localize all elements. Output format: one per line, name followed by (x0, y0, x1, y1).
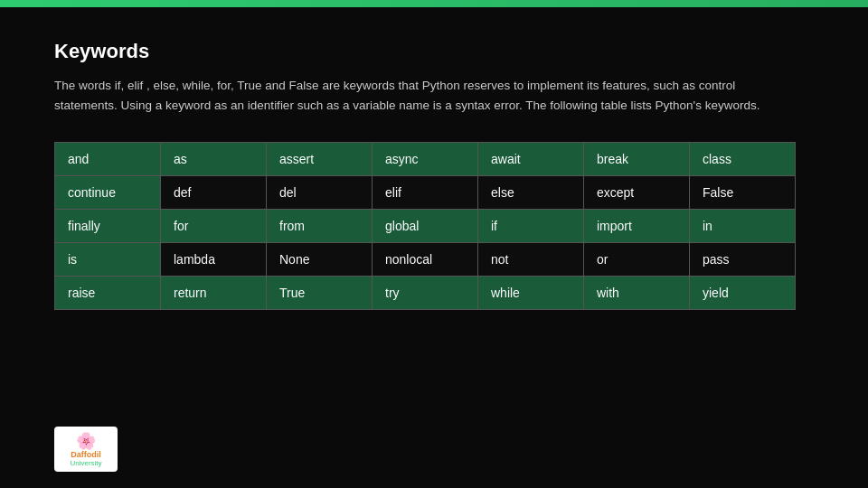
table-cell: nonlocal (373, 242, 478, 276)
table-cell: else (478, 175, 584, 209)
table-cell: class (690, 142, 796, 175)
logo-area: 🌸 Daffodil University (54, 427, 118, 472)
table-cell: pass (690, 242, 796, 276)
table-cell: while (478, 276, 584, 309)
table-cell: if (478, 209, 584, 242)
main-content: Keywords The words if, elif , else, whil… (0, 7, 868, 328)
table-cell: and (55, 142, 161, 175)
table-cell: import (584, 209, 690, 242)
table-row: continuedefdelelifelseexceptFalse (55, 175, 796, 209)
table-cell: continue (55, 175, 161, 209)
table-cell: in (690, 209, 796, 242)
logo-name-bottom: University (70, 460, 101, 468)
table-cell: finally (55, 209, 161, 242)
table-cell: or (584, 242, 690, 276)
table-cell: None (267, 242, 373, 276)
table-cell: from (267, 209, 373, 242)
table-cell: True (267, 276, 373, 309)
table-cell: async (373, 142, 478, 175)
table-cell: for (161, 209, 267, 242)
table-cell: del (267, 175, 373, 209)
table-cell: except (584, 175, 690, 209)
table-cell: lambda (161, 242, 267, 276)
table-cell: await (478, 142, 584, 175)
page-title: Keywords (54, 40, 814, 63)
description: The words if, elif , else, while, for, T… (54, 76, 796, 117)
table-row: finallyforfromglobalifimportin (55, 209, 796, 242)
table-cell: raise (55, 276, 161, 309)
table-cell: assert (267, 142, 373, 175)
table-cell: is (55, 242, 161, 276)
table-cell: False (690, 175, 796, 209)
table-cell: yield (690, 276, 796, 309)
table-cell: global (373, 209, 478, 242)
table-row: andasassertasyncawaitbreakclass (55, 142, 796, 175)
table-cell: elif (373, 175, 478, 209)
table-cell: with (584, 276, 690, 309)
table-cell: def (161, 175, 267, 209)
top-bar (0, 0, 868, 7)
table-cell: as (161, 142, 267, 175)
table-row: islambdaNonenonlocalnotorpass (55, 242, 796, 276)
logo-icon: 🌸 (76, 431, 96, 451)
table-cell: break (584, 142, 690, 175)
logo-box: 🌸 Daffodil University (54, 427, 118, 472)
table-cell: return (161, 276, 267, 309)
table-row: raisereturnTruetrywhilewithyield (55, 276, 796, 309)
table-cell: not (478, 242, 584, 276)
keywords-table: andasassertasyncawaitbreakclasscontinued… (54, 142, 796, 310)
table-cell: try (373, 276, 478, 309)
